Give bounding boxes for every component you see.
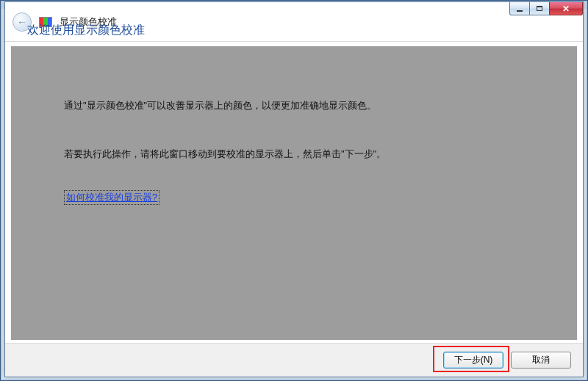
- footer-bar: 下一步(N) 取消: [5, 343, 583, 377]
- window-controls: ✕: [510, 2, 583, 17]
- maximize-button[interactable]: [529, 2, 550, 15]
- cancel-button[interactable]: 取消: [511, 352, 571, 369]
- close-button[interactable]: ✕: [549, 2, 583, 15]
- content-area: 通过"显示颜色校准"可以改善显示器上的颜色，以便更加准确地显示颜色。 若要执行此…: [11, 46, 577, 340]
- wizard-window: ✕ ← 显示颜色校准 欢迎使用显示颜色校准 通过"显示颜色校准"可以改善显示器上…: [4, 1, 584, 377]
- next-button[interactable]: 下一步(N): [443, 352, 503, 369]
- intro-text-1: 通过"显示颜色校准"可以改善显示器上的颜色，以便更加准确地显示颜色。: [64, 99, 376, 112]
- intro-text-2: 若要执行此操作，请将此窗口移动到要校准的显示器上，然后单击"下一步"。: [64, 148, 386, 161]
- minimize-button[interactable]: [509, 2, 530, 15]
- close-icon: ✕: [562, 4, 570, 14]
- page-heading: 欢迎使用显示颜色校准: [27, 23, 145, 38]
- maximize-icon: [537, 6, 542, 11]
- back-arrow-icon: ←: [17, 16, 27, 28]
- help-link[interactable]: 如何校准我的显示器?: [64, 190, 159, 205]
- minimize-icon: [517, 10, 523, 12]
